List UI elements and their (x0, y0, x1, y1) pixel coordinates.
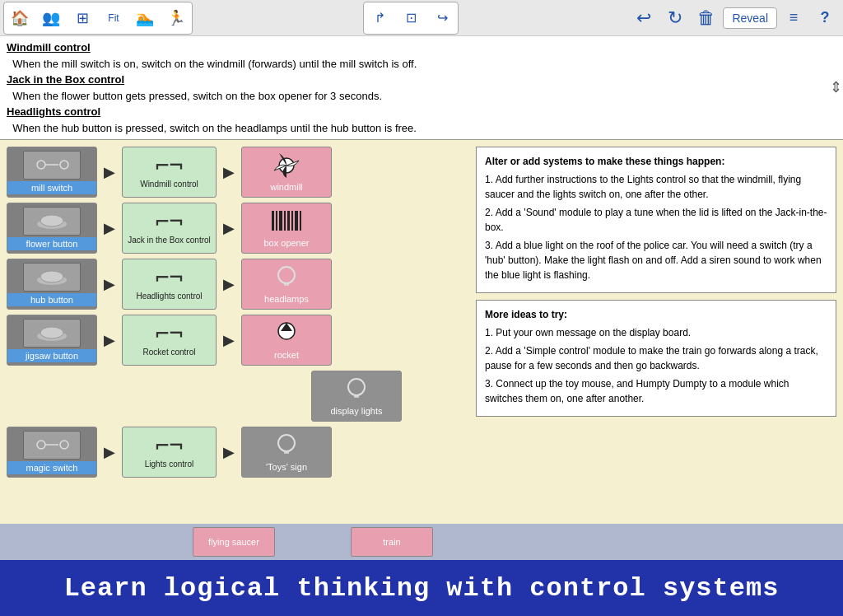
row-headlights: hub button ▶ ⌐¬ Headlights control ▶ hea… (7, 259, 468, 310)
block-hub-button[interactable]: hub button (7, 259, 97, 310)
partial-row: flying saucer train (0, 524, 843, 560)
scroll-indicator[interactable]: ⇕ (830, 36, 841, 139)
users-button[interactable]: 👥 (36, 3, 66, 33)
svg-point-21 (348, 379, 365, 395)
box-opener-icon (262, 208, 311, 236)
row-jack: flower button ▶ ⌐¬ Jack in the Box contr… (7, 203, 468, 254)
block-magic-switch[interactable]: magic switch (7, 427, 97, 478)
mill-switch-icon (23, 151, 81, 180)
svg-rect-12 (295, 211, 298, 231)
arrow5: ▶ (97, 275, 122, 293)
nav-group: 🏠 👥 ⊞ Fit 🏊 🏃 (3, 2, 193, 35)
headlights-ctrl-icon: ⌐¬ (156, 267, 184, 290)
block-rocket-control[interactable]: ⌐¬ Rocket control (122, 315, 217, 366)
hub-button-icon (23, 263, 81, 292)
toys-sign-label: 'Toys' sign (242, 460, 331, 474)
svg-point-2 (60, 161, 68, 169)
flower-button-icon (23, 207, 81, 236)
block-headlamps-output[interactable]: headlamps (241, 259, 332, 310)
toys-sign-icon (262, 432, 311, 460)
reveal-button[interactable]: Reveal (723, 7, 777, 29)
text-area: Windmill control When the mill switch is… (0, 36, 843, 140)
windmill-control-text: When the mill switch is on, switch on th… (7, 56, 836, 72)
flower-button-label: flower button (7, 237, 96, 250)
windmill-ctrl-icon: ⌐¬ (156, 155, 184, 178)
svg-point-16 (278, 267, 295, 283)
info-box-1-item-3: 3. Add a blue light on the roof of the p… (485, 238, 827, 282)
arrow9: ▶ (97, 443, 122, 461)
info-box-1-item-1: 1. Add further instructions to the Light… (485, 172, 827, 202)
block-box-opener-output[interactable]: box opener (241, 203, 332, 254)
jigsaw-button-label: jigsaw button (7, 349, 96, 362)
block-jack-control[interactable]: ⌐¬ Jack in the Box control (122, 203, 217, 254)
magic-switch-svg (30, 433, 75, 456)
rocket-icon (262, 320, 311, 348)
block-display-lights[interactable]: display lights (311, 371, 402, 422)
train-block[interactable]: train (351, 527, 433, 557)
windmill-output-icon (262, 152, 311, 180)
block-lights-control[interactable]: ⌐¬ Lights control (122, 427, 217, 478)
block-headlights-control[interactable]: ⌐¬ Headlights control (122, 259, 217, 310)
row-display-lights: display lights (311, 371, 468, 422)
arrow3: ▶ (97, 219, 122, 237)
undo-button[interactable]: ↩ (629, 3, 659, 33)
info-box-1-title: Alter or add systems to make these thing… (485, 154, 827, 169)
arrow2: ▶ (217, 163, 241, 181)
block-rocket-output[interactable]: rocket (241, 315, 332, 366)
menu-button[interactable]: ≡ (779, 3, 808, 33)
svg-rect-9 (284, 211, 286, 231)
block-mill-switch[interactable]: mill switch (7, 147, 97, 198)
banner: Learn logical thinking with control syst… (0, 560, 843, 616)
fit-button[interactable]: Fit (99, 3, 128, 33)
svg-point-26 (278, 435, 295, 451)
rocket-ctrl-label: Rocket control (140, 346, 199, 358)
delete-button[interactable]: 🗑 (692, 3, 721, 33)
jack-ctrl-icon: ⌐¬ (156, 211, 184, 234)
redo-button[interactable]: ↻ (660, 3, 690, 33)
display-lights-icon (332, 376, 381, 404)
headlights-control-text: When the hub button is pressed, switch o… (7, 120, 836, 137)
switch-svg (30, 153, 75, 176)
block-jigsaw-button[interactable]: jigsaw button (7, 315, 97, 366)
svg-rect-13 (300, 211, 301, 231)
button-svg (30, 209, 75, 232)
info-box-1: Alter or add systems to make these thing… (476, 147, 836, 293)
svg-point-25 (60, 441, 68, 449)
arrow-right-button[interactable]: ↱ (365, 3, 394, 33)
jigsaw-button-icon (23, 319, 81, 348)
svg-rect-7 (276, 211, 277, 231)
resize-button[interactable]: ⊡ (396, 3, 426, 33)
svg-rect-6 (272, 211, 274, 231)
help-button[interactable]: ? (810, 3, 840, 33)
lights-ctrl-icon: ⌐¬ (156, 435, 184, 458)
export-button[interactable]: ↪ (427, 3, 457, 33)
display-lights-label: display lights (312, 404, 401, 418)
magic-switch-label: magic switch (7, 461, 96, 474)
svg-point-0 (37, 161, 45, 169)
block-windmill-output[interactable]: windmill (241, 147, 332, 198)
jack-control-text: When the flower button gets pressed, swi… (7, 88, 836, 105)
windmill-output-label: windmill (242, 180, 331, 194)
block-flower-button[interactable]: flower button (7, 203, 97, 254)
info-box-2-title: More ideas to try: (485, 307, 827, 322)
info-box-2: More ideas to try: 1. Put your own messa… (476, 300, 836, 417)
row-windmill: mill switch ▶ ⌐¬ Windmill control ▶ (7, 147, 468, 198)
run-button[interactable]: 🏃 (161, 3, 191, 33)
home-button[interactable]: 🏠 (5, 3, 35, 33)
svg-point-19 (40, 327, 63, 338)
rocket-ctrl-icon: ⌐¬ (156, 323, 184, 346)
info-box-2-item-2: 2. Add a 'Simple control' module to make… (485, 343, 827, 373)
arrow8: ▶ (217, 331, 241, 349)
swim-button[interactable]: 🏊 (130, 3, 160, 33)
display-bulb-svg (338, 374, 375, 405)
arrow10: ▶ (217, 443, 241, 461)
block-toys-sign-output[interactable]: 'Toys' sign (241, 427, 332, 478)
block-windmill-control[interactable]: ⌐¬ Windmill control (122, 147, 217, 198)
grid-button[interactable]: ⊞ (68, 3, 97, 33)
svg-rect-11 (291, 211, 293, 231)
bulb-svg (268, 262, 305, 293)
svg-rect-10 (287, 211, 290, 231)
svg-point-15 (40, 271, 63, 282)
flying-saucer-block[interactable]: flying saucer (193, 527, 275, 557)
svg-rect-8 (279, 211, 282, 231)
